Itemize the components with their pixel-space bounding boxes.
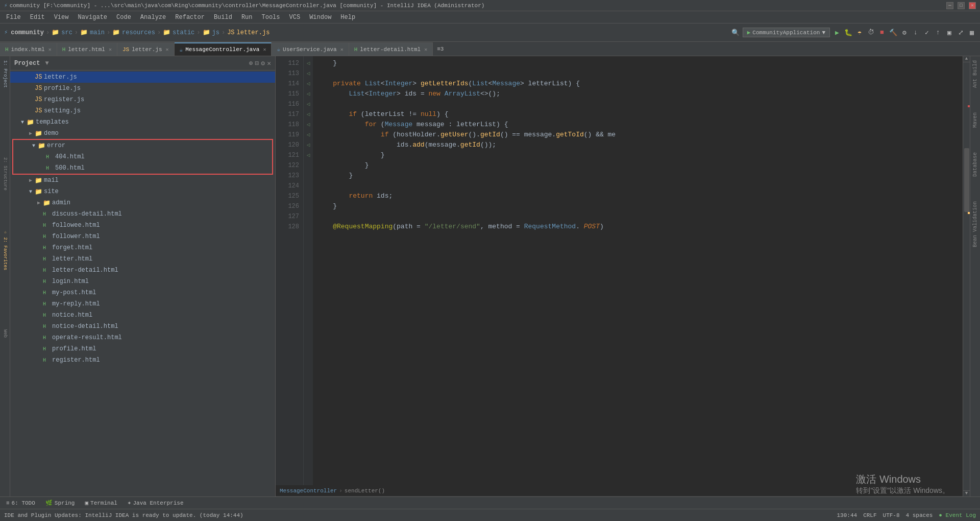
tree-item-mail[interactable]: ▶ 📁 mail: [10, 175, 275, 186]
menu-refactor[interactable]: Refactor: [171, 13, 209, 22]
status-charset[interactable]: UTF-8: [883, 512, 900, 518]
bottom-tab-java-enterprise[interactable]: ✶ Java Enterprise: [126, 500, 186, 506]
title-bar-controls[interactable]: ─ □ ✕: [946, 2, 976, 9]
tab-close-message-controller[interactable]: ✕: [263, 46, 266, 53]
right-scrollbar[interactable]: ▲ ▼: [963, 56, 970, 496]
tree-item-setting-js[interactable]: JS setting.js: [10, 105, 275, 116]
tab-index-html[interactable]: H index.html ✕: [0, 42, 57, 56]
menu-tools[interactable]: Tools: [258, 13, 284, 22]
tab-message-controller[interactable]: ☕ MessageController.java ✕: [175, 42, 272, 56]
tree-item-profile-js[interactable]: JS profile.js: [10, 83, 275, 94]
scroll-up[interactable]: ▲: [963, 56, 970, 62]
terminal-icon[interactable]: ▣: [945, 29, 953, 37]
tab-close-user-service[interactable]: ✕: [340, 46, 344, 53]
tree-item-register-js[interactable]: JS register.js: [10, 94, 275, 105]
tree-item-my-post[interactable]: H my-post.html: [10, 287, 275, 298]
tree-item-notice[interactable]: H notice.html: [10, 310, 275, 321]
bottom-tab-terminal[interactable]: ▣ Terminal: [83, 500, 119, 506]
tree-item-demo[interactable]: ▶ 📁 demo: [10, 128, 275, 139]
tree-item-500[interactable]: H 500.html: [13, 162, 272, 174]
tab-close-index[interactable]: ✕: [48, 46, 52, 53]
tree-item-notice-detail[interactable]: H notice-detail.html: [10, 321, 275, 332]
tab-letter-detail-html[interactable]: H letter-detail.html ✕: [349, 42, 433, 56]
menu-view[interactable]: View: [50, 13, 73, 22]
side-tab-project[interactable]: 1: Project: [2, 56, 9, 92]
profile-button[interactable]: ⏱: [867, 29, 875, 37]
menu-file[interactable]: File: [2, 13, 25, 22]
tab-overflow[interactable]: ≡3: [433, 42, 448, 56]
debug-button[interactable]: 🐛: [844, 29, 852, 37]
close-button[interactable]: ✕: [969, 2, 976, 9]
build-button[interactable]: 🔨: [889, 29, 897, 37]
side-tab-bean-validation[interactable]: Bean Validation: [971, 197, 979, 251]
tree-item-error[interactable]: ▼ 📁 error: [13, 140, 272, 151]
menu-build[interactable]: Build: [210, 13, 236, 22]
menu-window[interactable]: Window: [305, 13, 335, 22]
tree-item-discuss-detail[interactable]: H discuss-detail.html: [10, 208, 275, 220]
tree-item-404[interactable]: H 404.html: [13, 151, 272, 162]
bottom-tab-todo[interactable]: ≡ 6: TODO: [4, 500, 37, 506]
breadcrumb-js[interactable]: js: [212, 29, 219, 36]
breadcrumb-src[interactable]: src: [61, 29, 72, 36]
side-tab-ant-build[interactable]: Ant Build: [971, 56, 979, 92]
settings-icon[interactable]: ⚙: [900, 29, 909, 37]
search-everywhere-icon[interactable]: 🔍: [731, 29, 740, 37]
git-update-icon[interactable]: ↓: [912, 29, 920, 37]
layout-icon[interactable]: ▦: [968, 29, 976, 37]
breadcrumb-community[interactable]: community: [11, 29, 44, 36]
tree-item-site[interactable]: ▼ 📁 site: [10, 186, 275, 197]
side-tab-maven[interactable]: Maven: [971, 108, 979, 132]
panel-collapse-icon[interactable]: ⊟: [255, 59, 259, 67]
panel-settings-icon[interactable]: ⚙: [261, 59, 265, 67]
minimize-button[interactable]: ─: [946, 2, 953, 9]
side-tab-database[interactable]: Database: [971, 148, 979, 181]
run-configuration[interactable]: ▶ CommunityApplication ▼: [743, 28, 830, 37]
bottom-tab-spring[interactable]: 🌿 Spring: [43, 500, 77, 506]
tree-item-letter-detail-site[interactable]: H letter-detail.html: [10, 265, 275, 276]
maximize-button[interactable]: □: [958, 2, 965, 9]
status-indent[interactable]: 4 spaces: [906, 512, 933, 518]
tree-item-templates[interactable]: ▼ 📁 templates: [10, 116, 275, 128]
run-config-dropdown[interactable]: ▼: [822, 30, 825, 36]
tree-item-follower[interactable]: H follower.html: [10, 231, 275, 242]
coverage-button[interactable]: ☂: [855, 29, 864, 37]
menu-edit[interactable]: Edit: [26, 13, 49, 22]
tree-item-register-html[interactable]: H register.html: [10, 354, 275, 366]
menu-code[interactable]: Code: [112, 13, 135, 22]
status-crlf[interactable]: CRLF: [863, 512, 876, 518]
side-tab-structure[interactable]: 2: Structure: [2, 153, 9, 195]
code-editor[interactable]: } private List<Integer> getLetterIds(Lis…: [313, 56, 963, 485]
status-position[interactable]: 130:44: [837, 512, 857, 518]
tree-item-followee[interactable]: H followee.html: [10, 220, 275, 231]
tab-letter-js[interactable]: JS letter.js ✕: [117, 42, 175, 56]
tab-close-letter-detail[interactable]: ✕: [424, 46, 427, 53]
tree-item-letter-html-site[interactable]: H letter.html: [10, 253, 275, 265]
menu-vcs[interactable]: VCS: [285, 13, 305, 22]
tab-letter-html[interactable]: H letter.html ✕: [57, 42, 117, 56]
scroll-down[interactable]: ▼: [963, 490, 970, 496]
tab-close-letter-js[interactable]: ✕: [166, 46, 169, 53]
side-tab-favorites[interactable]: ☆ 2: Favorites: [2, 225, 9, 274]
tree-item-login[interactable]: H login.html: [10, 276, 275, 287]
menu-run[interactable]: Run: [237, 13, 257, 22]
run-button[interactable]: ▶: [833, 29, 841, 37]
git-commit-icon[interactable]: ✓: [923, 29, 931, 37]
panel-close-icon[interactable]: ✕: [267, 59, 271, 67]
tree-item-forget[interactable]: H forget.html: [10, 242, 275, 253]
breadcrumb-static[interactable]: static: [173, 29, 194, 36]
breadcrumb-main[interactable]: main: [90, 29, 105, 36]
breadcrumb-resources[interactable]: resources: [122, 29, 155, 36]
tree-item-profile-html[interactable]: H profile.html: [10, 343, 275, 354]
expand-icon[interactable]: ⤢: [957, 29, 965, 37]
panel-locate-icon[interactable]: ⊕: [249, 59, 253, 67]
tab-close-letter-html[interactable]: ✕: [109, 46, 112, 53]
side-tab-web[interactable]: Web: [2, 325, 9, 342]
git-push-icon[interactable]: ↑: [934, 29, 942, 37]
menu-help[interactable]: Help: [336, 13, 359, 22]
status-event-log[interactable]: ● Event Log: [939, 512, 976, 518]
menu-navigate[interactable]: Navigate: [74, 13, 111, 22]
scroll-thumb[interactable]: [964, 148, 969, 212]
tree-item-my-reply[interactable]: H my-reply.html: [10, 298, 275, 310]
tree-item-admin[interactable]: ▶ 📁 admin: [10, 197, 275, 208]
stop-button[interactable]: ■: [878, 29, 886, 37]
